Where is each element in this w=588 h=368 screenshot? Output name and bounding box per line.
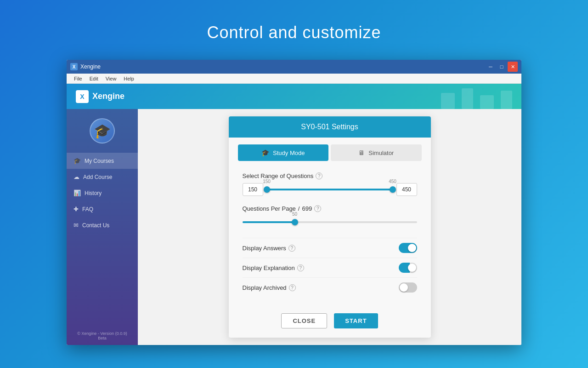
display-answers-label: Display Answers ? <box>243 245 295 252</box>
qpp-label: Questions Per Page / 699 ? <box>243 205 417 212</box>
display-archived-toggle[interactable] <box>399 282 417 293</box>
range-of-questions-group: Select Range of Questions ? <box>243 172 417 196</box>
qpp-total: 699 <box>302 205 312 212</box>
window-close-button[interactable]: ✕ <box>508 62 518 72</box>
main-layout: 🎓 🎓 My Courses ☁ Add Course 📊 History ✚ <box>67 109 521 345</box>
qpp-slider-thumb[interactable]: 50 <box>292 219 298 225</box>
qpp-help-icon[interactable]: ? <box>314 205 321 212</box>
header-decoration <box>67 84 521 109</box>
qpp-value-label: 50 <box>292 212 297 217</box>
display-answers-toggle[interactable] <box>399 243 417 253</box>
history-icon: 📊 <box>74 190 81 196</box>
sidebar-item-label-my-courses: My Courses <box>85 158 114 164</box>
titlebar: X Xengine ─ □ ✕ <box>67 60 521 74</box>
app-icon: X <box>70 63 78 70</box>
display-explanation-toggle[interactable] <box>399 263 417 273</box>
qpp-slider-track: 50 <box>243 221 417 223</box>
qpp-slider[interactable]: 50 <box>243 216 417 229</box>
logo-icon: X <box>76 90 89 103</box>
sidebar-nav: 🎓 My Courses ☁ Add Course 📊 History ✚ FA… <box>67 150 138 327</box>
my-courses-icon: 🎓 <box>74 157 81 164</box>
qpp-total-sep: / <box>298 205 300 212</box>
sidebar-item-label-add-course: Add Course <box>83 174 112 180</box>
sidebar-item-my-courses[interactable]: 🎓 My Courses <box>67 153 138 169</box>
sidebar-item-label-contact-us: Contact Us <box>82 222 109 229</box>
range-slider[interactable]: 150 450 <box>267 183 393 196</box>
range-label: Select Range of Questions ? <box>243 172 417 179</box>
deco-shape-1 <box>441 93 455 109</box>
app-logo: X Xengine <box>76 90 124 103</box>
range-controls: 150 450 <box>243 183 417 196</box>
display-answers-help[interactable]: ? <box>288 245 295 252</box>
window-controls: ─ □ ✕ <box>486 62 518 72</box>
menu-view[interactable]: View <box>102 75 120 82</box>
range-min-input[interactable] <box>243 183 263 196</box>
start-button[interactable]: START <box>334 313 378 328</box>
range-max-input[interactable] <box>396 183 417 196</box>
settings-dialog: SY0-501 Settings 🎓 Study Mode 🖥 Simulato… <box>229 116 431 338</box>
dialog-title: SY0-501 Settings <box>229 116 431 138</box>
tab-simulator[interactable]: 🖥 Simulator <box>331 144 422 161</box>
page-title-area: Control and customize <box>207 23 381 52</box>
main-content: SY0-501 Settings 🎓 Study Mode 🖥 Simulato… <box>138 109 521 345</box>
avatar-icon: 🎓 <box>94 123 111 139</box>
logo-text: Xengine <box>92 92 124 101</box>
close-button[interactable]: CLOSE <box>281 313 327 328</box>
dialog-body: Select Range of Questions ? <box>229 163 431 306</box>
range-help-icon[interactable]: ? <box>316 172 322 179</box>
range-slider-fill <box>267 189 393 190</box>
window-title: Xengine <box>80 63 486 70</box>
sidebar: 🎓 🎓 My Courses ☁ Add Course 📊 History ✚ <box>67 109 138 345</box>
avatar: 🎓 <box>90 118 115 144</box>
page-title: Control and customize <box>207 23 381 42</box>
display-explanation-label: Display Explanation ? <box>243 264 304 271</box>
study-mode-tab-icon: 🎓 <box>261 149 269 156</box>
sidebar-avatar-area: 🎓 <box>67 109 138 150</box>
sidebar-item-contact-us[interactable]: ✉ Contact Us <box>67 217 138 233</box>
sidebar-item-label-faq: FAQ <box>82 206 93 213</box>
study-mode-tab-label: Study Mode <box>273 150 305 156</box>
sidebar-footer: © Xengine - Version (0.0.9) Beta <box>67 327 138 345</box>
dialog-tabs: 🎓 Study Mode 🖥 Simulator <box>229 138 431 163</box>
range-min-marker: 150 <box>263 179 271 184</box>
deco-shape-2 <box>462 88 473 109</box>
menu-edit[interactable]: Edit <box>86 75 102 82</box>
display-archived-knob <box>400 283 408 292</box>
display-archived-label: Display Archived ? <box>243 284 296 291</box>
range-max-marker: 450 <box>389 179 396 184</box>
display-archived-help[interactable]: ? <box>289 284 296 291</box>
faq-icon: ✚ <box>74 206 79 213</box>
deco-shape-3 <box>480 95 494 109</box>
deco-shape-4 <box>501 91 512 109</box>
tab-study-mode[interactable]: 🎓 Study Mode <box>238 144 329 161</box>
simulator-tab-label: Simulator <box>368 150 394 156</box>
sidebar-item-add-course[interactable]: ☁ Add Course <box>67 169 138 185</box>
menubar: File Edit View Help <box>67 74 521 84</box>
menu-file[interactable]: File <box>70 75 86 82</box>
sidebar-item-history[interactable]: 📊 History <box>67 185 138 201</box>
range-slider-thumb-max[interactable]: 450 <box>390 186 396 193</box>
application-window: X Xengine ─ □ ✕ File Edit View Help X Xe… <box>67 60 521 345</box>
contact-icon: ✉ <box>74 222 79 229</box>
add-course-icon: ☁ <box>74 173 79 180</box>
simulator-tab-icon: 🖥 <box>358 149 365 156</box>
qpp-slider-fill <box>243 221 295 223</box>
questions-per-page-group: Questions Per Page / 699 ? 50 <box>243 205 417 229</box>
display-explanation-row: Display Explanation ? <box>243 258 417 277</box>
display-answers-row: Display Answers ? <box>243 238 417 258</box>
dialog-footer: CLOSE START <box>229 306 431 338</box>
display-explanation-knob <box>408 264 416 272</box>
app-header: X Xengine <box>67 84 521 109</box>
display-archived-row: Display Archived ? <box>243 277 417 297</box>
menu-help[interactable]: Help <box>120 75 138 82</box>
range-slider-track: 150 450 <box>267 189 393 190</box>
sidebar-item-label-history: History <box>85 190 102 196</box>
display-answers-knob <box>408 244 416 252</box>
minimize-button[interactable]: ─ <box>486 62 496 72</box>
sidebar-item-faq[interactable]: ✚ FAQ <box>67 201 138 217</box>
range-slider-thumb-min[interactable]: 150 <box>264 186 270 193</box>
display-explanation-help[interactable]: ? <box>297 264 304 271</box>
maximize-button[interactable]: □ <box>497 62 507 72</box>
